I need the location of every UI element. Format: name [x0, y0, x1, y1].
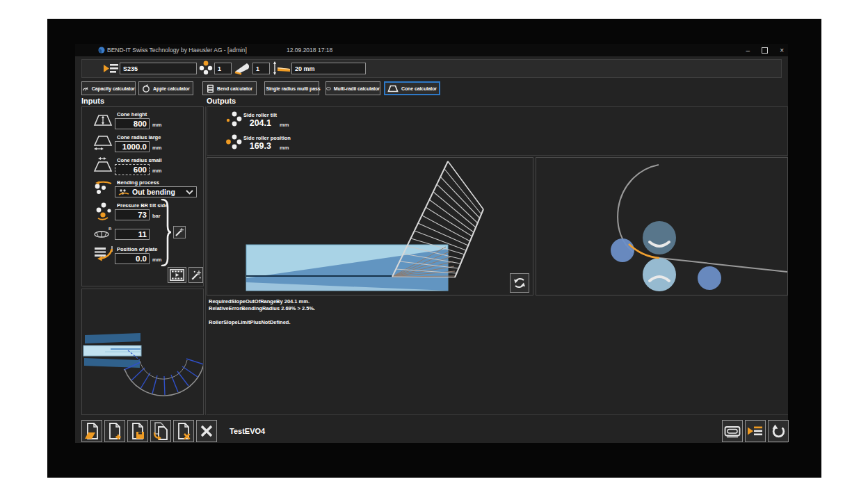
window-datetime: 12.09.2018 17:18 [287, 47, 332, 54]
cone-development-graphic [207, 158, 533, 295]
cone-development-view [207, 157, 533, 295]
plate-thickness-icon [272, 60, 291, 76]
delete-project-button[interactable] [173, 420, 194, 442]
cone-radius-small-unit: mm [152, 168, 161, 174]
open-file-icon [84, 422, 100, 440]
pressure-br-tilt-field[interactable] [115, 209, 150, 220]
chevron-down-icon [186, 190, 193, 195]
roller-config-field[interactable]: 1 [214, 63, 232, 74]
thickness-value: 20 mm [295, 65, 315, 72]
side-roller-position-icon [225, 133, 242, 150]
material-field[interactable]: S235 [120, 63, 197, 74]
delete-file-icon [176, 422, 192, 440]
magic-wand-icon [175, 227, 184, 237]
cone-height-field[interactable] [115, 118, 150, 129]
close-window-icon[interactable]: × [780, 47, 784, 54]
side-roller-tilt-icon [225, 111, 242, 127]
auto-calc-wand-button[interactable] [173, 226, 186, 238]
window-title: BEND-IT Swiss Technology by Haeusler AG … [107, 47, 247, 54]
tab-multi-radii-calculator[interactable]: Multi-radii calculator [326, 81, 380, 95]
tab-bend-calculator[interactable]: Bend calculator [202, 81, 257, 95]
material-value: S235 [123, 65, 138, 72]
bending-process-dropdown[interactable]: Out bending [115, 186, 197, 197]
calculate-wand-button[interactable] [188, 267, 203, 283]
save-as-project-button[interactable] [150, 420, 171, 442]
cone-calc-icon [387, 85, 399, 92]
inputs-header: Inputs [81, 97, 104, 105]
column-separator [205, 106, 206, 415]
message-line: RequiredSlopeOutOfRangeBy 204.1 mm. [209, 298, 788, 305]
roller-set-icon [198, 60, 214, 76]
tab-single-radius-multi-pass[interactable]: Single radius multi pass [264, 81, 319, 95]
multi-radii-icon [326, 85, 331, 92]
machine-cross-section-graphic [536, 158, 787, 295]
simulation-button[interactable] [168, 267, 186, 283]
cone-height-unit: mm [152, 122, 161, 128]
material-list-icon [747, 424, 764, 438]
save-file-icon [130, 422, 146, 440]
roller-config-value: 1 [218, 65, 221, 72]
apple-icon [142, 84, 150, 92]
close-x-icon [200, 424, 214, 438]
side-roller-position-label: Side roller position [243, 135, 291, 141]
bending-machine-icon [724, 425, 741, 438]
inputs-panel: Cone height mm Cone radius large mm Cone… [81, 106, 204, 286]
cone-radius-large-icon [91, 134, 113, 152]
rotate-icon [513, 276, 527, 290]
thickness-field[interactable]: 20 mm [291, 63, 366, 74]
material-list-button[interactable] [745, 420, 766, 442]
tab-capacity-calculator[interactable]: Capacity calculator [81, 81, 136, 95]
material-icon [103, 62, 120, 75]
cone-config-field[interactable]: 1 [252, 63, 270, 74]
bending-process-label: Bending process [117, 179, 159, 186]
machine-settings-button[interactable] [722, 420, 743, 442]
plate-position-field[interactable] [115, 253, 150, 264]
project-name: TestEVO4 [230, 427, 265, 435]
tab-cone-calculator[interactable]: Cone calculator [384, 81, 440, 95]
outputs-panel: Side roller tilt 204.1 mm Side roller po… [207, 106, 788, 156]
side-roller-tilt-unit: mm [280, 122, 289, 128]
pressure-br-tilt-icon [95, 202, 114, 221]
magic-wand-icon [191, 270, 202, 281]
cone-preview-panel [81, 289, 204, 415]
minimize-icon[interactable]: – [746, 47, 750, 54]
titlebar: BEND-IT Swiss Technology by Haeusler AG … [75, 44, 788, 56]
plate-position-icon [93, 245, 115, 263]
cone-radius-small-icon [91, 156, 113, 174]
cone-radius-large-unit: mm [152, 145, 161, 151]
rotate-view-button[interactable] [510, 273, 529, 293]
film-play-icon [170, 269, 184, 281]
open-project-button[interactable] [81, 420, 102, 442]
side-roller-tilt-label: Side roller tilt [243, 112, 277, 118]
passes-count-field[interactable] [115, 229, 150, 240]
app-window: BEND-IT Swiss Technology by Haeusler AG … [75, 44, 788, 443]
tab-label: Single radius multi pass [266, 86, 320, 91]
message-line: RollerSlopeLimitPlusNotDefined. [209, 319, 788, 326]
cone-height-icon [91, 111, 113, 128]
tab-label: Multi-radii calculator [334, 86, 380, 91]
cone-radius-large-field[interactable] [115, 141, 150, 152]
tab-label: Apple calculator [153, 86, 190, 91]
message-line: RelativeErrorBendingRadius 2.69% > 2.5%. [209, 305, 788, 312]
bending-process-value: Out bending [132, 188, 183, 196]
app-outer-background: BEND-IT Swiss Technology by Haeusler AG … [47, 19, 821, 478]
brace-decoration [160, 199, 172, 266]
new-project-button[interactable] [104, 420, 125, 442]
close-project-button[interactable] [196, 420, 217, 442]
calculator-icon [207, 84, 214, 93]
outputs-header: Outputs [207, 97, 236, 105]
cone-flat-pattern-graphic [82, 289, 203, 414]
cone-height-label: Cone height [117, 111, 147, 118]
tab-apple-calculator[interactable]: Apple calculator [138, 81, 193, 95]
cone-config-value: 1 [256, 65, 259, 72]
cone-radius-small-field[interactable] [115, 164, 150, 175]
maximize-icon[interactable] [762, 47, 768, 54]
plate-position-label: Position of plate [117, 246, 157, 252]
pressure-br-tilt-unit: bar [152, 213, 161, 219]
side-roller-position-unit: mm [280, 145, 289, 151]
save-project-button[interactable] [127, 420, 148, 442]
tab-label: Capacity calculator [92, 86, 135, 91]
new-file-icon [107, 422, 123, 440]
side-roller-position-value: 169.3 [242, 141, 271, 151]
undo-button[interactable] [768, 420, 789, 442]
